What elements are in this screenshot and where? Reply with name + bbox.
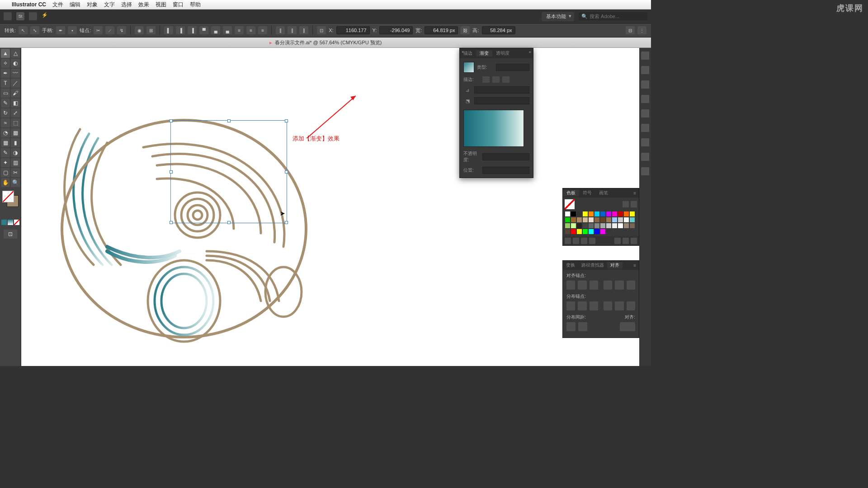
dist-right-icon[interactable]	[627, 301, 635, 310]
collapse-icon[interactable]: «	[529, 50, 531, 54]
layers-icon[interactable]	[641, 124, 649, 132]
home-icon[interactable]	[4, 12, 12, 20]
hand-tool[interactable]: ✋	[1, 178, 10, 187]
transform-icon[interactable]	[641, 167, 649, 175]
tab-gradient[interactable]: 渐变	[476, 50, 492, 56]
anchor-connect-icon[interactable]: ⟋	[105, 26, 114, 34]
assets-icon[interactable]	[641, 109, 649, 117]
line-tool[interactable]: ／	[11, 79, 20, 88]
curvature-tool[interactable]: 〰	[11, 69, 20, 78]
al-m-icon[interactable]: ▄	[211, 26, 220, 34]
gradient-tool[interactable]: ▮	[11, 138, 20, 147]
menu-help[interactable]: 帮助	[190, 1, 201, 9]
pin-icon[interactable]: ⊟	[626, 26, 635, 34]
tab-pathfinder[interactable]: 路径查找器	[578, 262, 607, 268]
stroke-opt2-icon[interactable]	[492, 76, 500, 83]
dist-v2-icon[interactable]: ‖	[288, 26, 297, 34]
dist-hspacing-icon[interactable]	[578, 322, 587, 331]
tab-symbols[interactable]: 符号	[579, 190, 595, 196]
char-icon[interactable]	[641, 66, 649, 74]
w-field[interactable]: 64.819 px	[425, 26, 458, 34]
color-mode-swatches[interactable]	[1, 220, 19, 225]
fill-swatch[interactable]	[565, 199, 575, 209]
aspect-field[interactable]	[474, 97, 529, 104]
swatch-group-icon[interactable]	[581, 238, 587, 244]
color-icon[interactable]	[641, 153, 649, 161]
swatch-lib-icon[interactable]	[565, 238, 571, 244]
properties-icon[interactable]	[641, 52, 649, 60]
menu-file[interactable]: 文件	[52, 1, 63, 9]
free-transform-tool[interactable]: ⬚	[11, 118, 20, 127]
tab-transform[interactable]: 变换	[563, 262, 578, 268]
gradient-thumb[interactable]	[463, 62, 474, 73]
menu-window[interactable]: 窗口	[173, 1, 184, 9]
al-l-icon[interactable]: ▌	[164, 26, 173, 34]
document-tab[interactable]: ▸ 春分演示文件.ai* @ 567.64% (CMYK/GPU 预览)	[0, 38, 651, 48]
appearance-icon[interactable]	[641, 138, 649, 146]
dist-bottom-icon[interactable]	[590, 301, 598, 310]
dist-vspacing-icon[interactable]	[566, 322, 576, 331]
lasso-tool[interactable]: ◐	[11, 59, 20, 68]
align-left-icon[interactable]	[566, 281, 575, 290]
rotate-tool[interactable]: ↻	[1, 108, 10, 117]
menu-select[interactable]: 选择	[121, 1, 132, 9]
al-t-icon[interactable]: ▀	[199, 26, 208, 34]
x-field[interactable]: 1160.177	[336, 26, 370, 34]
pen-tool[interactable]: ✒	[1, 69, 10, 78]
rect-tool[interactable]: ▭	[1, 89, 10, 98]
align-bottom-icon[interactable]	[627, 281, 635, 290]
para-icon[interactable]	[641, 80, 649, 89]
selection-box[interactable]	[170, 120, 287, 223]
stroke-opt1-icon[interactable]	[482, 76, 490, 83]
perspective-tool[interactable]: ▦	[11, 128, 20, 137]
angle-field[interactable]	[474, 86, 529, 94]
slice-tool[interactable]: ✂	[11, 168, 20, 177]
align-vcenter-icon[interactable]	[615, 281, 623, 290]
menu-type[interactable]: 文字	[104, 1, 115, 9]
anchor-cut-icon[interactable]: ↯	[117, 26, 126, 34]
more-icon[interactable]: ⋮	[637, 26, 646, 34]
magic-wand-tool[interactable]: ✧	[1, 59, 10, 68]
type-tool[interactable]: T	[1, 79, 10, 88]
list-view-icon[interactable]	[623, 201, 629, 207]
menu-object[interactable]: 对象	[87, 1, 98, 9]
convert-anchor-icon[interactable]: ↖	[19, 26, 28, 34]
al-r-icon[interactable]: ▐	[188, 26, 197, 34]
panel-menu-icon[interactable]: ≡	[631, 191, 639, 196]
width-tool[interactable]: ≈	[1, 118, 10, 127]
canvas[interactable]: ➤ 添加【渐变】效果	[21, 48, 639, 366]
gradient-preview[interactable]	[463, 110, 524, 147]
anchor-remove-icon[interactable]: ✂	[94, 26, 103, 34]
link-wh-icon[interactable]: ⛓	[461, 26, 470, 34]
gpu-icon[interactable]: ⚡	[42, 12, 50, 20]
dist-v3-icon[interactable]: ‖	[299, 26, 308, 34]
tab-opacity[interactable]: 透明度	[492, 50, 513, 56]
menu-effect[interactable]: 效果	[138, 1, 149, 9]
tab-align[interactable]: 对齐	[607, 262, 623, 268]
swatch-menu2-icon[interactable]	[573, 238, 579, 244]
selection-tool[interactable]: ▲	[1, 49, 10, 58]
type-dropdown[interactable]	[496, 64, 529, 71]
fill-stroke-swatch[interactable]	[2, 191, 19, 207]
shape-builder-tool[interactable]: ◔	[1, 128, 10, 137]
opacity-field[interactable]	[482, 153, 529, 160]
libraries-icon[interactable]	[641, 95, 649, 103]
dist-top-icon[interactable]	[566, 301, 575, 310]
isolate-icon[interactable]: ◉	[135, 26, 144, 34]
swatch-grid[interactable]	[563, 209, 639, 236]
align-right-icon[interactable]	[590, 281, 598, 290]
h-field[interactable]: 58.284 px	[482, 26, 515, 34]
handle-icon[interactable]: ✒	[56, 26, 65, 34]
zoom-tool[interactable]: 🔍	[11, 178, 20, 187]
align-top-icon[interactable]	[604, 281, 612, 290]
align-art-icon[interactable]: ⊞	[146, 26, 156, 34]
handle-cut-icon[interactable]: ▪	[68, 26, 77, 34]
symbol-spray-tool[interactable]: ✦	[1, 158, 10, 167]
al-c-icon[interactable]: ▐	[176, 26, 185, 34]
dist-vcenter-icon[interactable]	[578, 301, 586, 310]
artboard-tool[interactable]: ▢	[1, 168, 10, 177]
eyedropper-tool[interactable]: ✎	[1, 148, 10, 157]
location-field[interactable]	[482, 167, 529, 174]
swatch-newcolor-icon[interactable]	[623, 238, 629, 244]
shaper-tool[interactable]: ✎	[1, 99, 10, 108]
